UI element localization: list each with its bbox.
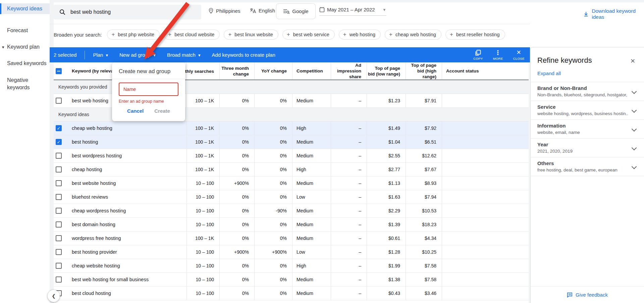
- ad-impression-share-cell: –: [331, 287, 367, 300]
- sidebar-item-keyword-ideas[interactable]: Keyword ideas: [0, 3, 50, 14]
- row-checkbox[interactable]: [56, 263, 62, 269]
- download-keyword-ideas-button[interactable]: Download keyword ideas: [583, 8, 644, 20]
- row-checkbox[interactable]: [56, 180, 62, 186]
- header-competition[interactable]: Competition: [292, 62, 331, 80]
- competition-cell: Medium: [292, 135, 331, 149]
- top-bid-high-cell: $3.46: [406, 287, 442, 300]
- row-checkbox[interactable]: [56, 125, 62, 131]
- row-checkbox-cell: [54, 121, 72, 135]
- keyword-cell: best cloud hosting: [72, 287, 187, 300]
- refine-section[interactable]: Others free hosting, deal, best game, eu…: [531, 157, 644, 176]
- refine-section-title: Others: [537, 160, 629, 166]
- create-button[interactable]: Create: [154, 108, 170, 114]
- sidebar-item-saved-keywords[interactable]: Saved keywords: [0, 60, 50, 66]
- cancel-button[interactable]: Cancel: [127, 108, 144, 114]
- row-checkbox[interactable]: [56, 194, 62, 200]
- copy-icon: [475, 50, 481, 56]
- top-bid-high-cell: $8.93: [406, 176, 442, 190]
- sidebar-item-negative-keywords[interactable]: Negative keywords: [0, 77, 50, 91]
- header-account-status[interactable]: Account status: [442, 62, 529, 80]
- yoy-change-cell: 0%: [255, 163, 292, 176]
- expand-all-link[interactable]: Expand all: [537, 70, 561, 76]
- row-checkbox[interactable]: [56, 98, 62, 104]
- ad-group-name-input[interactable]: Name: [119, 83, 178, 96]
- row-checkbox[interactable]: [56, 249, 62, 255]
- broaden-chip[interactable]: best linux website: [224, 30, 278, 40]
- row-checkbox[interactable]: [56, 139, 62, 145]
- plus-icon: [287, 31, 290, 38]
- sidebar-item-forecast[interactable]: Forecast: [0, 28, 50, 34]
- copy-button[interactable]: COPY: [473, 50, 483, 60]
- close-panel-icon[interactable]: [630, 57, 635, 65]
- row-checkbox[interactable]: [56, 208, 62, 214]
- yoy-change-cell: -90%: [255, 204, 292, 217]
- broaden-chip[interactable]: best web service: [282, 30, 335, 40]
- row-checkbox-cell: [54, 163, 72, 176]
- caret-down-icon: [198, 52, 201, 58]
- refine-section[interactable]: Brand or Non-Brand Non-Brands, bluehost,…: [531, 82, 644, 101]
- header-top-bid-low[interactable]: Top of page bid (low range): [367, 62, 406, 80]
- sidebar-item-label: Keyword ideas: [7, 6, 42, 12]
- table-row: cheap hosting 100 – 1K 0% 0% High – $2.7…: [54, 163, 529, 176]
- location-selector[interactable]: Philippines: [208, 8, 240, 14]
- row-checkbox[interactable]: [56, 235, 62, 241]
- keyword-text: best hosting: [72, 139, 98, 145]
- select-all-checkbox[interactable]: [56, 68, 62, 74]
- broaden-chip[interactable]: cheap web hosting: [385, 30, 441, 40]
- refine-section-title: Year: [537, 142, 629, 147]
- chevron-down-icon: [632, 164, 637, 169]
- new-ad-group-dropdown[interactable]: New ad group: [119, 52, 156, 58]
- three-month-change-cell: 0%: [220, 204, 255, 217]
- keyword-cell: best website hosting: [72, 176, 187, 190]
- three-month-change-cell: 0%: [220, 135, 255, 149]
- add-keywords-button[interactable]: Add keywords to create plan: [212, 52, 275, 58]
- header-top-bid-high[interactable]: Top of page bid (high range): [406, 62, 442, 80]
- keyword-text: cheap hosting: [72, 167, 102, 172]
- keyword-cell: best hosting provider: [72, 245, 187, 259]
- close-icon: [517, 50, 522, 56]
- refine-section[interactable]: Service website hosting, wordpress, busi…: [531, 101, 644, 120]
- caret-down-icon: [106, 52, 108, 58]
- top-bid-low-cell: $0.43: [367, 287, 406, 300]
- header-avg-monthly-searches[interactable]: Avg. monthly searches: [187, 62, 220, 80]
- row-checkbox[interactable]: [56, 153, 62, 159]
- broaden-chip[interactable]: best reseller hosting: [445, 30, 505, 40]
- sidebar-item-label: Forecast: [7, 28, 28, 33]
- competition-cell: High: [292, 163, 331, 176]
- header-label: Competition: [297, 68, 323, 74]
- top-bid-low-cell: $1.39: [367, 218, 406, 231]
- avg-searches-cell: 100 – 1K: [187, 94, 220, 107]
- broaden-chip[interactable]: best php website: [107, 30, 160, 40]
- row-checkbox[interactable]: [56, 221, 62, 228]
- table-row: bluehost reviews 10 – 100 0% 0% Low – $1…: [54, 190, 529, 204]
- chip-label: best cloud website: [174, 32, 214, 37]
- date-range-selector[interactable]: May 2021 – Apr 2022: [319, 7, 386, 16]
- refine-section[interactable]: Year 2021, 2020, 2019: [531, 139, 644, 157]
- header-yoy-change[interactable]: YoY change: [255, 62, 292, 80]
- row-checkbox[interactable]: [56, 166, 62, 172]
- top-bid-high-cell: $7.58: [406, 259, 442, 272]
- give-feedback-button[interactable]: Give feedback: [531, 286, 644, 303]
- plus-icon: [389, 31, 392, 38]
- top-bid-high-cell: $7.91: [406, 94, 442, 107]
- more-button[interactable]: MORE: [493, 50, 503, 60]
- keyword-planner-app: Keyword ideas Forecast Keyword plan Save…: [0, 0, 644, 303]
- account-status-cell: [442, 149, 529, 162]
- row-checkbox[interactable]: [56, 276, 62, 283]
- search-input[interactable]: best web hosting: [54, 5, 201, 19]
- scroll-left-button[interactable]: [48, 290, 60, 302]
- location-value: Philippines: [216, 8, 240, 14]
- plan-dropdown[interactable]: Plan: [93, 52, 108, 58]
- refine-section[interactable]: Information website, email, name: [531, 120, 644, 139]
- header-ad-impression-share[interactable]: Ad impression share: [331, 62, 367, 80]
- network-selector[interactable]: Google: [276, 3, 316, 19]
- broaden-chip[interactable]: web hosting: [339, 30, 381, 40]
- language-selector[interactable]: English: [250, 8, 275, 13]
- row-checkbox-cell: [54, 135, 72, 149]
- header-three-month-change[interactable]: Three month change: [220, 62, 255, 80]
- three-month-change-cell: 0%: [220, 163, 255, 176]
- close-toolbar-button[interactable]: CLOSE: [513, 50, 525, 60]
- broaden-chip[interactable]: best cloud website: [164, 30, 220, 40]
- match-type-dropdown[interactable]: Broad match: [167, 52, 201, 58]
- sidebar-item-keyword-plan[interactable]: Keyword plan: [0, 44, 50, 50]
